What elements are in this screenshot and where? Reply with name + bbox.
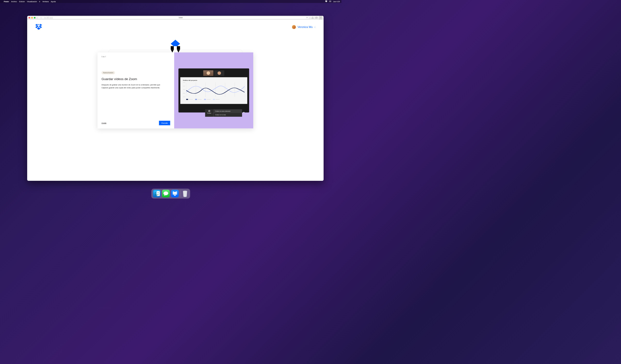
zoom-participant-thumbnail xyxy=(203,70,213,76)
dock-trash[interactable] xyxy=(182,190,189,198)
menubar-item-edicion[interactable]: Edición xyxy=(19,0,25,2)
dock-app-messages[interactable] xyxy=(162,190,170,198)
zoom-shared-slide: Gráfico del proyecto xyxy=(180,77,247,104)
menubar-item-visualizacion[interactable]: Visualización xyxy=(27,0,37,2)
svg-rect-4 xyxy=(315,17,317,18)
zoom-record-dropdown: Grabar en este ordenador Grabar en la nu… xyxy=(213,109,242,117)
menubar-item-ayuda[interactable]: Ayuda xyxy=(51,0,55,2)
record-label: Grabar xyxy=(207,112,211,114)
chevron-down-icon: ▼ xyxy=(314,26,315,28)
macos-menubar: Finder Archivo Edición Visualización Ir … xyxy=(0,0,341,3)
window-maximize-button[interactable] xyxy=(34,17,36,19)
zoom-record-button[interactable]: Grabar xyxy=(205,109,213,117)
cursor-click-icon: ✦ xyxy=(243,111,245,114)
svg-point-20 xyxy=(158,192,158,193)
share-icon[interactable] xyxy=(311,17,314,19)
dock-app-dropbox[interactable] xyxy=(171,190,179,198)
modal-body-text: Después de grabar una reunión de Zoom en… xyxy=(101,84,167,89)
nav-forward-button[interactable]: › xyxy=(41,17,44,19)
onboarding-modal: 5 de 7 Nueva función Guardar vídeos de Z… xyxy=(98,52,253,128)
url-bar-text: Safari xyxy=(178,17,183,19)
user-account-menu[interactable]: Veronica Wu ▼ xyxy=(292,25,316,29)
dropbox-page-header: Veronica Wu ▼ xyxy=(27,20,324,30)
svg-rect-0 xyxy=(329,1,331,1)
user-name: Veronica Wu xyxy=(298,25,313,29)
svg-rect-8 xyxy=(177,46,180,49)
svg-rect-7 xyxy=(174,46,177,49)
user-avatar xyxy=(292,25,296,29)
svg-rect-2 xyxy=(47,17,49,18)
sidebar-toggle-button[interactable] xyxy=(46,17,50,19)
reload-icon[interactable]: ⟳ xyxy=(306,17,308,19)
safari-toolbar: ‹ › Safari ⟳ + xyxy=(27,16,324,20)
dropbox-menubar-icon[interactable] xyxy=(325,0,327,2)
svg-point-21 xyxy=(163,191,168,195)
svg-marker-10 xyxy=(177,49,180,52)
menubar-item-archivo[interactable]: Archivo xyxy=(11,0,17,2)
macos-dock xyxy=(151,189,190,198)
modal-content-panel: 5 de 7 Nueva función Guardar vídeos de Z… xyxy=(98,52,174,128)
control-center-icon[interactable] xyxy=(329,0,331,2)
skip-button[interactable]: Omitir xyxy=(101,122,106,124)
url-address-bar[interactable]: Safari ⟳ xyxy=(53,16,309,19)
modal-title: Guardar vídeos de Zoom xyxy=(101,77,170,81)
zoom-participant-thumbnail xyxy=(214,70,224,76)
safari-window: ‹ › Safari ⟳ + xyxy=(27,16,324,181)
svg-marker-9 xyxy=(171,49,174,52)
chart-legend xyxy=(186,99,244,100)
svg-point-19 xyxy=(155,192,156,193)
menubar-item-ventana[interactable]: Ventana xyxy=(42,0,49,2)
svg-rect-1 xyxy=(329,1,331,2)
safari-viewport: Veronica Wu ▼ 5 de 7 Nueva función Gua xyxy=(27,20,324,181)
window-traffic-lights xyxy=(29,17,36,19)
menubar-app-name[interactable]: Finder xyxy=(4,0,9,2)
nav-back-button[interactable]: ‹ xyxy=(38,17,41,19)
dock-separator xyxy=(180,191,180,197)
new-tab-button[interactable]: + xyxy=(319,16,322,20)
new-feature-badge: Nueva función xyxy=(101,71,115,74)
record-local-option[interactable]: Grabar en este ordenador xyxy=(213,109,242,113)
tabs-overview-icon[interactable] xyxy=(315,17,318,19)
svg-rect-6 xyxy=(171,46,174,49)
dock-app-finder[interactable] xyxy=(153,190,161,198)
window-close-button[interactable] xyxy=(29,17,30,19)
chart-y-axis xyxy=(183,82,185,97)
record-icon xyxy=(208,110,210,112)
window-minimize-button[interactable] xyxy=(31,17,33,19)
menubar-clock[interactable]: Jue 4:29 xyxy=(333,0,340,2)
chart-lines-icon xyxy=(186,82,244,97)
capture-hero-icon xyxy=(166,40,185,53)
zoom-preview-frame: Gráfico del proyecto xyxy=(178,69,249,112)
zoom-record-controls: Grabar Grabar en este ordenador Grabar e… xyxy=(205,109,242,117)
allow-button[interactable]: Permitir xyxy=(159,121,170,125)
modal-illustration-panel: Gráfico del proyecto xyxy=(174,52,253,128)
record-cloud-option[interactable]: Grabar en la nube xyxy=(213,113,242,117)
slide-title: Gráfico del proyecto xyxy=(183,79,244,81)
menubar-item-ir[interactable]: Ir xyxy=(39,0,40,2)
step-indicator: 5 de 7 xyxy=(101,56,170,58)
dropbox-logo-icon[interactable] xyxy=(35,24,42,30)
